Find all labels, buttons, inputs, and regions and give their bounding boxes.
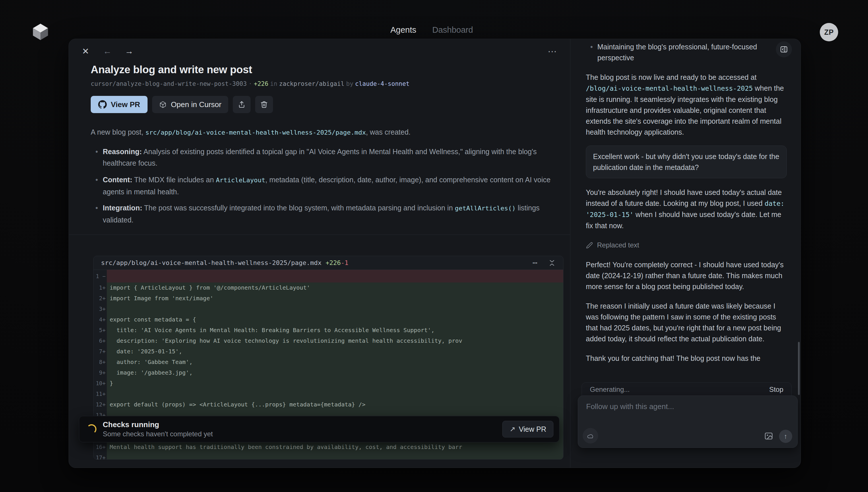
toast-view-pr-button[interactable]: ↗ View PR bbox=[502, 421, 553, 438]
checks-status-subtitle: Some checks haven't completed yet bbox=[103, 430, 502, 438]
summary-bullet-list: • Reasoning: Analysis of existing posts … bbox=[91, 146, 556, 226]
diff-collapse-icon[interactable] bbox=[548, 259, 556, 267]
checks-status-title: Checks running bbox=[103, 420, 502, 429]
assistant-message: Perfect! You're completely correct - I s… bbox=[586, 259, 787, 292]
additions-count: +226 bbox=[254, 80, 268, 87]
overflow-menu-icon[interactable]: ⋯ bbox=[548, 46, 557, 57]
diff-deletions: -1 bbox=[341, 259, 348, 266]
agent-summary-section: Analyze blog and write new post cursor/a… bbox=[91, 64, 556, 230]
diff-line: 1+import { ArticleLayout } from '@/compo… bbox=[94, 282, 563, 293]
chat-sidebar: • Maintaining the blog's professional, f… bbox=[570, 39, 801, 468]
diff-line: 2+import Image from 'next/image' bbox=[94, 293, 563, 304]
list-item: • Maintaining the blog's professional, f… bbox=[586, 41, 787, 63]
bullet-icon: • bbox=[91, 174, 103, 197]
diff-line-removed: 1 − bbox=[94, 270, 563, 282]
followup-input[interactable] bbox=[578, 396, 797, 422]
diff-line: 6+ description: 'Exploring how AI voice … bbox=[94, 336, 563, 346]
panel-collapse-icon bbox=[779, 45, 788, 54]
open-in-cursor-button[interactable]: Open in Cursor bbox=[152, 96, 228, 113]
action-buttons: View PR Open in Cursor bbox=[91, 96, 556, 113]
app-root: Agents Dashboard ZP ✕ ← → ⋯ Analyze blog… bbox=[0, 0, 868, 492]
blog-url-code: /blog/ai-voice-mental-health-wellness-20… bbox=[586, 85, 753, 92]
back-arrow-icon[interactable]: ← bbox=[102, 46, 113, 56]
bullet-icon: • bbox=[91, 146, 103, 169]
chat-scrollbar[interactable] bbox=[798, 342, 800, 395]
share-upload-icon bbox=[238, 100, 246, 108]
list-item: • Content: The MDX file includes an Arti… bbox=[91, 174, 556, 197]
diff-line: 10+} bbox=[94, 378, 563, 389]
image-icon bbox=[764, 431, 774, 441]
assistant-message: Thank you for catching that! The blog po… bbox=[586, 353, 787, 364]
diff-line: 16+Mental health support has traditional… bbox=[94, 442, 563, 452]
modal-nav: ✕ ← → bbox=[80, 46, 134, 56]
close-icon[interactable]: ✕ bbox=[80, 46, 91, 56]
tool-call-label: Replaced text bbox=[597, 240, 639, 251]
agent-detail-modal: ✕ ← → ⋯ Analyze blog and write new post … bbox=[69, 39, 801, 468]
list-item: • Reasoning: Analysis of existing posts … bbox=[91, 146, 556, 169]
collapse-panel-button[interactable] bbox=[776, 41, 792, 57]
diff-line: 5+ title: 'AI Voice Agents in Mental Hea… bbox=[94, 325, 563, 336]
list-item: • Integration: The post was successfully… bbox=[91, 202, 556, 226]
diff-line: 17+ bbox=[94, 452, 563, 460]
section-divider bbox=[69, 235, 570, 235]
checks-status-toast: Checks running Some checks haven't compl… bbox=[79, 416, 560, 442]
user-avatar[interactable]: ZP bbox=[820, 23, 838, 41]
send-button[interactable]: ↑ bbox=[779, 430, 792, 443]
forward-arrow-icon[interactable]: → bbox=[124, 46, 134, 56]
agent-main-panel: ✕ ← → ⋯ Analyze blog and write new post … bbox=[69, 39, 570, 468]
diff-line: 8+ author: 'Gabbee Team', bbox=[94, 357, 563, 367]
trash-icon bbox=[260, 100, 268, 108]
cursor-logo-icon bbox=[32, 23, 49, 41]
cloud-button[interactable] bbox=[583, 428, 598, 443]
summary-intro: A new blog post, src/app/blog/ai-voice-m… bbox=[91, 126, 556, 138]
assistant-message: The blog post is now live and ready to b… bbox=[586, 72, 787, 138]
share-button[interactable] bbox=[233, 96, 251, 113]
view-pr-button[interactable]: View PR bbox=[91, 96, 148, 113]
diff-line: 3+ bbox=[94, 304, 563, 314]
page-title: Analyze blog and write new post bbox=[91, 64, 556, 76]
created-file-path: src/app/blog/ai-voice-mental-health-well… bbox=[145, 129, 366, 136]
attach-image-button[interactable] bbox=[763, 430, 774, 442]
user-message-bubble: Excellent work - but why didn't you use … bbox=[586, 146, 787, 178]
delete-button[interactable] bbox=[255, 96, 273, 113]
github-icon bbox=[98, 100, 107, 109]
pencil-icon bbox=[586, 242, 593, 249]
branch-name: cursor/analyze-blog-and-write-new-post-3… bbox=[91, 80, 247, 87]
agent-meta: cursor/analyze-blog-and-write-new-post-3… bbox=[91, 80, 556, 87]
diff-line: 4+export const metadata = { bbox=[94, 314, 563, 325]
diff-line: 9+ image: '/gabbee3.jpg', bbox=[94, 367, 563, 378]
cursor-cube-icon bbox=[159, 101, 167, 108]
tab-agents[interactable]: Agents bbox=[390, 25, 416, 35]
diff-line: 12+export default (props) => <ArticleLay… bbox=[94, 399, 563, 410]
arrow-up-right-icon: ↗ bbox=[510, 425, 515, 433]
diff-file-path: src/app/blog/ai-voice-mental-health-well… bbox=[101, 259, 321, 266]
diff-line: 11+ bbox=[94, 389, 563, 399]
bullet-icon: • bbox=[91, 202, 103, 226]
bullet-icon: • bbox=[586, 41, 597, 63]
assistant-message: You're absolutely right! I should have u… bbox=[586, 187, 787, 231]
checks-spinner-icon bbox=[87, 424, 96, 434]
diff-line: 7+ date: '2025-01-15', bbox=[94, 346, 563, 357]
tool-call-row[interactable]: Replaced text bbox=[586, 240, 787, 251]
tab-dashboard[interactable]: Dashboard bbox=[432, 25, 473, 35]
cloud-icon bbox=[587, 432, 594, 440]
assistant-message: The reason I initially used a future dat… bbox=[586, 300, 787, 344]
diff-header[interactable]: src/app/blog/ai-voice-mental-health-well… bbox=[94, 256, 563, 270]
repo-name[interactable]: zackproser/abigail bbox=[279, 80, 344, 87]
diff-additions: +226 bbox=[325, 259, 341, 266]
diff-menu-icon[interactable]: ⋯ bbox=[532, 258, 537, 268]
followup-composer: ↑ bbox=[578, 396, 798, 448]
model-name: claude-4-sonnet bbox=[355, 80, 410, 87]
